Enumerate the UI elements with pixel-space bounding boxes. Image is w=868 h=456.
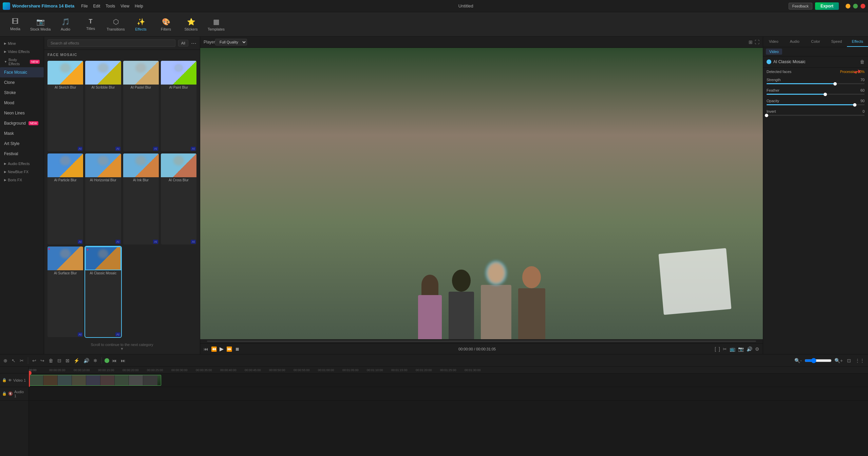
tool-stock-media[interactable]: 📷 Stock Media [29, 14, 52, 35]
left-item-mood[interactable]: Mood [0, 98, 44, 108]
tl-crop-button[interactable]: ⊠ [64, 357, 71, 364]
tool-titles[interactable]: T Titles [79, 14, 102, 35]
left-item-neon-lines[interactable]: Neon Lines [0, 108, 44, 118]
export-button[interactable]: Export [815, 2, 839, 10]
section-body-effects[interactable]: ▼ Body Effects NEW [0, 55, 44, 67]
video-clip-1[interactable] [29, 375, 161, 386]
screen-icon[interactable]: 📺 [730, 346, 735, 352]
lock-icon[interactable]: 🔒 [2, 378, 7, 382]
tab-effects[interactable]: Effects [847, 37, 868, 47]
minimize-button[interactable] [846, 4, 850, 8]
sub-tab-video[interactable]: Video [766, 49, 782, 55]
opacity-thumb[interactable] [853, 103, 856, 107]
filter-button[interactable]: All [178, 40, 188, 47]
play-forward-icon[interactable]: ⏩ [226, 346, 232, 352]
opacity-slider[interactable] [767, 104, 865, 105]
tl-redo-button[interactable]: ↪ [39, 357, 46, 364]
effect-particle-blur[interactable]: AI Particle Blur AI [48, 153, 83, 244]
effect-toggle-circle[interactable] [767, 59, 771, 64]
tool-stickers[interactable]: ⭐ Stickers [179, 14, 203, 35]
clip-icon[interactable]: ✂ [723, 346, 727, 352]
left-item-stroke[interactable]: Stroke [0, 88, 44, 98]
effect-surface-blur[interactable]: ♥ AI Surface Blur AI [48, 247, 83, 337]
feedback-button[interactable]: Feedback [789, 3, 812, 10]
search-input[interactable] [48, 39, 175, 47]
menu-view[interactable]: View [120, 4, 129, 8]
tool-transitions[interactable]: ⬡ Transitions [104, 14, 128, 35]
settings-icon[interactable]: ⚙ [755, 346, 759, 352]
maximize-button[interactable] [853, 4, 858, 8]
section-mine[interactable]: ▶ Mine [0, 39, 44, 47]
tl-zoom-slider[interactable] [805, 358, 832, 363]
tab-audio[interactable]: Audio [784, 37, 805, 47]
tl-undo-button[interactable]: ↩ [31, 357, 38, 364]
delete-effect-button[interactable]: 🗑 [860, 59, 865, 65]
feather-thumb[interactable] [824, 93, 827, 96]
tool-filters[interactable]: 🎨 Filters [154, 14, 178, 35]
left-item-clone[interactable]: Clone [0, 77, 44, 88]
effect-cross-blur[interactable]: AI Cross Blur AI [161, 153, 196, 244]
play-back-icon[interactable]: ⏪ [211, 346, 217, 352]
tab-speed[interactable]: Speed [826, 37, 847, 47]
menu-help[interactable]: Help [135, 4, 143, 8]
rewind-icon[interactable]: ⏮ [204, 346, 208, 352]
tl-freeze-button[interactable]: ❄ [92, 357, 99, 364]
invert-slider[interactable] [767, 115, 865, 116]
section-newblue[interactable]: ▶ NewBlue FX [0, 167, 44, 175]
snapshot-icon[interactable]: 📷 [738, 346, 744, 352]
effect-paint-blur[interactable]: AI Paint Blur AI [161, 61, 196, 151]
strength-slider[interactable] [767, 83, 865, 84]
tl-record-button[interactable] [105, 358, 109, 363]
play-button[interactable]: ▶ [220, 346, 224, 352]
menu-edit[interactable]: Edit [93, 4, 100, 8]
stop-icon[interactable]: ⏹ [235, 346, 240, 352]
tl-audio-button[interactable]: 🔊 [82, 357, 91, 364]
feather-slider[interactable] [767, 94, 865, 95]
menu-file[interactable]: File [81, 4, 88, 8]
left-item-face-mosaic[interactable]: Face Mosaic [0, 67, 44, 77]
effect-ink-blur[interactable]: AI Ink Blur AI [123, 153, 159, 244]
volume-icon[interactable]: 🔊 [747, 346, 752, 352]
effect-sketch-blur[interactable]: AI Sketch Blur AI [48, 61, 83, 151]
strength-thumb[interactable] [833, 82, 837, 86]
tab-color[interactable]: Color [805, 37, 826, 47]
left-item-festival[interactable]: Festival [0, 149, 44, 159]
audio-mute-icon[interactable]: 🔇 [8, 391, 13, 396]
tl-fit-button[interactable]: ⊡ [846, 357, 852, 364]
fullscreen-icon[interactable]: ⛶ [755, 39, 759, 45]
effect-horizontal-blur[interactable]: AI Horizontal Blur AI [85, 153, 121, 244]
tool-audio[interactable]: 🎵 Audio [54, 14, 77, 35]
tl-prev-frame-button[interactable]: ⏮ [111, 357, 118, 364]
tl-select-tool[interactable]: ↖ [10, 357, 17, 364]
tl-zoom-out-button[interactable]: 🔍- [793, 357, 803, 364]
mark-in-icon[interactable]: [ [715, 346, 716, 352]
tool-media[interactable]: 🎞 Media [3, 14, 27, 35]
mark-out-icon[interactable]: ] [719, 346, 720, 352]
effect-classic-mosaic[interactable]: ♥ AI Classic Mosaic AI [85, 247, 121, 337]
section-boris[interactable]: ▶ Boris FX [0, 175, 44, 183]
section-video-effects[interactable]: ▶ Video Effects [0, 47, 44, 55]
tl-add-track-button[interactable]: ⊕ [2, 357, 9, 364]
tl-split-button[interactable]: ⊟ [56, 357, 63, 364]
tab-video[interactable]: Video [763, 37, 784, 47]
effect-pastel-blur[interactable]: AI Pastel Blur AI [123, 61, 159, 151]
tool-templates[interactable]: ▦ Templates [204, 14, 228, 35]
left-item-mask[interactable]: Mask [0, 128, 44, 139]
left-item-background[interactable]: Background NEW [0, 118, 44, 128]
menu-tools[interactable]: Tools [106, 4, 115, 8]
section-audio-effects[interactable]: ▶ Audio Effects [0, 159, 44, 167]
tool-effects[interactable]: ✨ Effects [129, 14, 153, 35]
invert-thumb[interactable] [765, 114, 768, 117]
quality-select[interactable]: Full Quality [215, 39, 247, 45]
effect-scribble-blur[interactable]: AI Scribble Blur AI [85, 61, 121, 151]
timeline-progress-bar[interactable] [207, 341, 756, 342]
tl-delete-button[interactable]: 🗑 [47, 357, 55, 364]
tl-speed-button[interactable]: ⚡ [72, 357, 81, 364]
close-button[interactable] [861, 4, 865, 8]
tl-razor-tool[interactable]: ✂ [18, 357, 25, 364]
layout-icon[interactable]: ⊞ [749, 39, 753, 45]
left-item-art-style[interactable]: Art Style [0, 139, 44, 149]
tl-zoom-in-button[interactable]: 🔍+ [833, 357, 844, 364]
tl-more-button[interactable]: ⋮⋮ [854, 357, 866, 364]
audio-lock-icon[interactable]: 🔒 [2, 391, 7, 396]
